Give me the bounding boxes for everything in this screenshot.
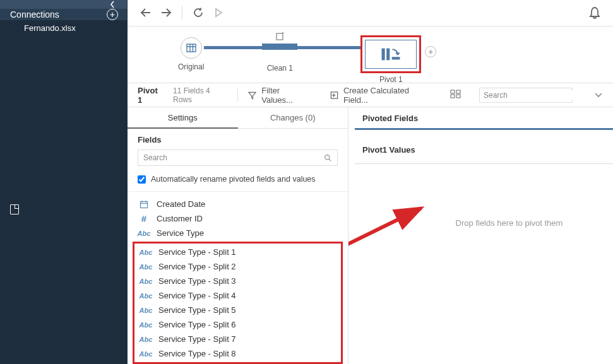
- node-label: Pivot 1: [379, 75, 403, 84]
- back-button[interactable]: [138, 4, 154, 21]
- svg-rect-7: [382, 48, 385, 60]
- grid-icon: [450, 90, 461, 98]
- abc-type-icon: Abc: [140, 305, 152, 315]
- search-icon: [324, 154, 332, 162]
- abc-type-icon: Abc: [140, 349, 152, 359]
- chevron-left-icon: [109, 0, 116, 9]
- add-step-button[interactable]: +: [425, 46, 436, 57]
- node-label: Original: [178, 62, 204, 71]
- flow-node-clean[interactable]: Clean 1: [262, 35, 297, 73]
- pivoted-fields-label: Pivoted Fields: [355, 107, 613, 128]
- drop-hint[interactable]: Drop fields here to pivot them: [405, 218, 613, 228]
- separator: [237, 89, 238, 102]
- svg-line-20: [329, 159, 331, 161]
- abc-type-icon: Abc: [140, 291, 152, 301]
- svg-rect-8: [387, 48, 390, 60]
- field-name: Service Type - Split 4: [158, 291, 236, 300]
- field-name: Customer ID: [157, 214, 203, 223]
- svg-point-19: [325, 155, 330, 159]
- profile-search-input[interactable]: [484, 91, 578, 100]
- fields-search-input[interactable]: [143, 153, 324, 162]
- filter-values-button[interactable]: Filter Values...: [248, 86, 310, 105]
- refresh-button[interactable]: [190, 4, 206, 21]
- svg-rect-14: [456, 90, 460, 93]
- alerts-button[interactable]: [586, 4, 603, 21]
- field-row[interactable]: AbcService Type - Split 3: [134, 274, 341, 288]
- num-type-icon: #: [138, 214, 150, 224]
- date-type-icon: [138, 199, 150, 209]
- abc-type-icon: Abc: [140, 247, 152, 257]
- field-row[interactable]: AbcService Type - Split 6: [134, 317, 341, 332]
- fields-search[interactable]: [138, 150, 338, 166]
- connections-label: Connections: [10, 9, 59, 20]
- field-row[interactable]: Created Date: [128, 197, 348, 211]
- step-title: Pivot 1: [138, 86, 163, 105]
- flow-connector: [204, 46, 262, 49]
- field-row[interactable]: AbcService Type - Split 2: [134, 259, 341, 274]
- fields-label: Fields: [128, 129, 348, 150]
- field-name: Service Type - Split 6: [158, 320, 236, 329]
- add-connection-button[interactable]: +: [107, 9, 118, 20]
- calculated-field-button[interactable]: Create Calculated Field...: [330, 86, 430, 105]
- field-row[interactable]: AbcService Type - Split 7: [134, 332, 341, 346]
- field-row[interactable]: AbcService Type: [128, 226, 348, 240]
- run-button[interactable]: [210, 4, 227, 21]
- field-row[interactable]: AbcService Type - Split 5: [134, 303, 341, 317]
- view-toggle-button[interactable]: [450, 90, 461, 100]
- settings-tabs: Settings Changes (0): [128, 107, 348, 129]
- field-name: Created Date: [157, 199, 205, 209]
- calc-icon: [330, 91, 338, 100]
- forward-button[interactable]: [158, 4, 174, 21]
- svg-rect-13: [451, 90, 455, 93]
- flow-node-pivot[interactable]: Pivot 1: [360, 35, 421, 73]
- pivot-workspace: Settings Changes (0) Fields Automaticall…: [128, 107, 613, 364]
- pivot-icon: [380, 45, 402, 63]
- settings-pane: Settings Changes (0) Fields Automaticall…: [128, 107, 348, 364]
- flow-canvas[interactable]: Original Clean 1 Pi: [128, 26, 613, 83]
- field-row[interactable]: AbcService Type - Split 8: [134, 346, 341, 361]
- chevron-down-icon: [594, 91, 603, 98]
- tab-changes[interactable]: Changes (0): [238, 107, 348, 129]
- main-area: Original Clean 1 Pi: [128, 0, 613, 364]
- step-meta: 11 Fields 4 Rows: [173, 86, 227, 104]
- pivot-values-label: Pivot1 Values: [355, 139, 613, 160]
- svg-rect-15: [451, 95, 455, 98]
- filter-icon: [248, 91, 256, 100]
- abc-type-icon: Abc: [138, 228, 150, 238]
- top-toolbar: [128, 0, 613, 26]
- node-label: Clean 1: [267, 64, 293, 73]
- svg-rect-16: [456, 95, 460, 98]
- highlighted-split-fields: AbcService Type - Split 1AbcService Type…: [133, 242, 343, 364]
- divider-accent: [355, 128, 613, 130]
- table-icon: [186, 42, 197, 54]
- field-name: Service Type - Split 7: [158, 334, 236, 344]
- file-name: Fernando.xlsx: [24, 24, 76, 364]
- collapse-sidebar-button[interactable]: [0, 0, 127, 9]
- field-name: Service Type - Split 8: [158, 349, 236, 358]
- tab-settings[interactable]: Settings: [128, 107, 238, 129]
- pivot-drop-pane: Pivoted Fields Pivot1 Values Drop fields…: [348, 107, 613, 364]
- abc-type-icon: Abc: [140, 276, 152, 286]
- field-name: Service Type: [157, 228, 204, 238]
- flow-node-original[interactable]: Original: [178, 37, 204, 71]
- svg-rect-21: [141, 201, 148, 208]
- field-name: Service Type - Split 1: [158, 247, 236, 257]
- profile-search[interactable]: [479, 88, 573, 103]
- profile-toolbar: Pivot 1 11 Fields 4 Rows Filter Values..…: [128, 83, 613, 107]
- auto-rename-option[interactable]: Automatically rename pivoted fields and …: [128, 172, 348, 192]
- separator: [182, 6, 182, 20]
- field-name: Service Type - Split 2: [158, 262, 236, 271]
- expand-button[interactable]: [594, 90, 603, 100]
- auto-rename-checkbox[interactable]: [138, 175, 146, 184]
- svg-rect-2: [187, 44, 196, 52]
- svg-rect-9: [392, 57, 400, 59]
- abc-type-icon: Abc: [140, 320, 152, 330]
- abc-type-icon: Abc: [140, 262, 152, 272]
- field-row[interactable]: AbcService Type - Split 1: [134, 245, 341, 259]
- connection-file[interactable]: Fernando.xlsx Microsoft Excel: [0, 20, 127, 364]
- field-row[interactable]: #Customer ID: [128, 211, 348, 226]
- connections-header: Connections +: [0, 9, 127, 20]
- field-row[interactable]: AbcService Type - Split 4: [134, 288, 341, 303]
- field-name: Service Type - Split 5: [158, 305, 236, 315]
- abc-type-icon: Abc: [140, 334, 152, 344]
